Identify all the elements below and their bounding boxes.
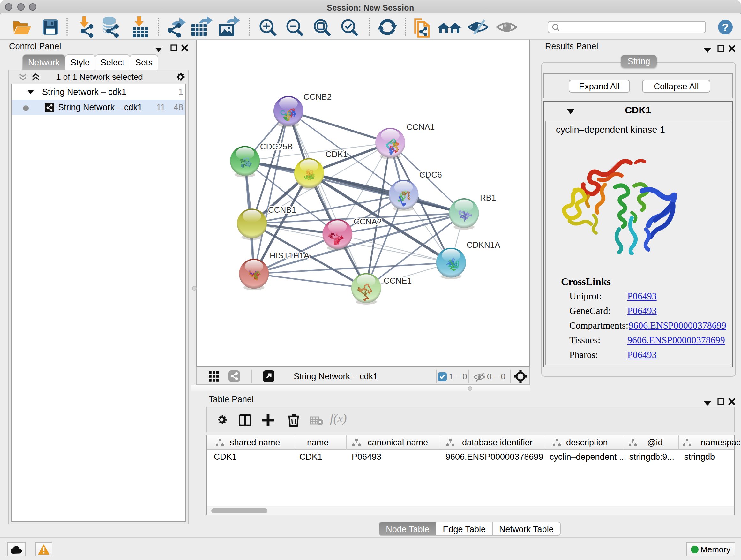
svg-text:CCNE1: CCNE1 (384, 276, 412, 286)
svg-text:CDKN1A: CDKN1A (467, 240, 500, 250)
svg-text:CCNB2: CCNB2 (304, 92, 332, 102)
svg-text:RB1: RB1 (480, 193, 496, 202)
svg-text:HIST1H1A: HIST1H1A (270, 251, 310, 260)
svg-text:CDC25B: CDC25B (260, 142, 293, 151)
svg-text:CCNA1: CCNA1 (407, 122, 434, 132)
svg-text:CCNA2: CCNA2 (354, 217, 382, 226)
svg-text:CDC6: CDC6 (419, 170, 442, 179)
svg-text:CDK1: CDK1 (326, 149, 347, 159)
svg-text:CCNB1: CCNB1 (268, 205, 296, 214)
